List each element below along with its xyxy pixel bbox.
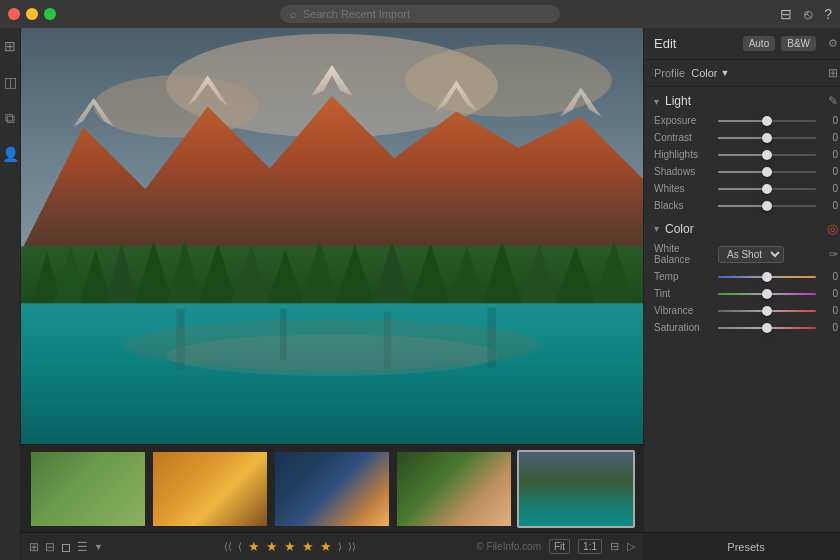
filter-icon[interactable]: ⊟ [780, 6, 792, 22]
temp-label: Temp [654, 271, 712, 282]
highlights-row: Highlights 0 [644, 146, 840, 163]
star-3[interactable]: ★ [284, 539, 296, 554]
blacks-value: 0 [822, 200, 838, 211]
exposure-row: Exposure 0 [644, 112, 840, 129]
main-layout: ⊞ ◫ ⧉ 👤 [0, 28, 840, 560]
settings-icon[interactable]: ⚙ [828, 37, 838, 50]
grid-view-button[interactable]: ⊞ [29, 540, 39, 554]
help-icon[interactable]: ? [824, 6, 832, 22]
search-input[interactable] [303, 8, 550, 20]
loupe-view-button[interactable]: ◻ [61, 540, 71, 554]
filmstrip-thumb-5[interactable] [517, 450, 635, 528]
small-grid-button[interactable]: ⊟ [45, 540, 55, 554]
star-5[interactable]: ★ [320, 539, 332, 554]
edit-panel-container: Edit Auto B&W ⚙ Profile Color ▼ ⊞ ▾ [643, 28, 840, 560]
color-section-header: ▾ Color ◎ [644, 214, 840, 240]
exposure-value: 0 [822, 115, 838, 126]
presets-label: Presets [727, 541, 764, 553]
auto-button[interactable]: Auto [743, 36, 776, 51]
tint-row: Tint 0 [644, 285, 840, 302]
exposure-slider[interactable] [718, 120, 816, 122]
main-photo [21, 28, 643, 444]
svg-point-3 [405, 44, 612, 117]
saturation-row: Saturation 0 [644, 319, 840, 336]
whites-row: Whites 0 [644, 180, 840, 197]
bottom-right: © FileInfo.com Fit 1:1 ⊟ ▷ [476, 539, 635, 554]
white-balance-label: White Balance [654, 243, 712, 265]
prev-single-button[interactable]: ⟨ [238, 541, 242, 552]
shadows-label: Shadows [654, 166, 712, 177]
edit-header-buttons: Auto B&W [743, 36, 816, 51]
center-content: ⊞ ⊟ ◻ ☰ ▼ ⟨⟨ ⟨ ★ ★ ★ ★ ★ ⟩ ⟩⟩ © FileInfo… [21, 28, 643, 560]
filmstrip-thumb-2[interactable] [151, 450, 269, 528]
search-bar[interactable]: ⌕ [280, 5, 560, 23]
light-section-header: ▾ Light ✎ [644, 87, 840, 112]
saturation-label: Saturation [654, 322, 712, 333]
color-toggle[interactable]: ▾ [654, 223, 659, 234]
presets-bar[interactable]: Presets [644, 532, 840, 560]
light-toggle[interactable]: ▾ [654, 96, 659, 107]
eyedropper-icon[interactable]: ✑ [829, 248, 838, 261]
vibrance-slider[interactable] [718, 310, 816, 312]
contrast-slider[interactable] [718, 137, 816, 139]
prev-button[interactable]: ⟨⟨ [224, 541, 232, 552]
star-4[interactable]: ★ [302, 539, 314, 554]
filmstrip [21, 444, 643, 532]
whites-value: 0 [822, 183, 838, 194]
vibrance-row: Vibrance 0 [644, 302, 840, 319]
left-sidebar: ⊞ ◫ ⧉ 👤 [0, 28, 21, 560]
contrast-label: Contrast [654, 132, 712, 143]
edit-title: Edit [654, 36, 676, 51]
slideshow-icon[interactable]: ▷ [627, 540, 635, 553]
color-target-icon[interactable]: ◎ [827, 221, 838, 236]
fit-label[interactable]: Fit [549, 539, 570, 554]
shadows-slider[interactable] [718, 171, 816, 173]
minimize-button[interactable] [26, 8, 38, 20]
sidebar-icon-loupe[interactable]: ◫ [0, 72, 20, 92]
contrast-value: 0 [822, 132, 838, 143]
bottom-bar: ⊞ ⊟ ◻ ☰ ▼ ⟨⟨ ⟨ ★ ★ ★ ★ ★ ⟩ ⟩⟩ © FileInfo… [21, 532, 643, 560]
vibrance-value: 0 [822, 305, 838, 316]
photo-area [21, 28, 643, 444]
profile-row: Profile Color ▼ ⊞ [644, 60, 840, 87]
whites-slider[interactable] [718, 188, 816, 190]
light-reset-icon[interactable]: ✎ [828, 94, 838, 108]
star-2[interactable]: ★ [266, 539, 278, 554]
profile-label: Profile [654, 67, 685, 79]
info-icon[interactable]: ⊟ [610, 540, 619, 553]
profile-grid-icon[interactable]: ⊞ [828, 66, 838, 80]
next-button[interactable]: ⟩⟩ [348, 541, 356, 552]
search-icon: ⌕ [290, 8, 297, 20]
profile-value[interactable]: Color ▼ [691, 67, 729, 79]
filmstrip-thumb-4[interactable] [395, 450, 513, 528]
bottom-left: ⊞ ⊟ ◻ ☰ ▼ [29, 540, 103, 554]
filmstrip-thumb-1[interactable] [29, 450, 147, 528]
svg-point-2 [94, 75, 260, 137]
bottom-center: ⟨⟨ ⟨ ★ ★ ★ ★ ★ ⟩ ⟩⟩ [111, 539, 468, 554]
titlebar: ⌕ ⊟ ⎋ ? [0, 0, 840, 28]
close-button[interactable] [8, 8, 20, 20]
saturation-slider[interactable] [718, 327, 816, 329]
temp-row: Temp 0 [644, 268, 840, 285]
next-single-button[interactable]: ⟩ [338, 541, 342, 552]
ratio-label[interactable]: 1:1 [578, 539, 602, 554]
share-icon[interactable]: ⎋ [804, 6, 812, 22]
maximize-button[interactable] [44, 8, 56, 20]
white-balance-select[interactable]: As Shot [718, 246, 784, 263]
tint-slider[interactable] [718, 293, 816, 295]
exposure-label: Exposure [654, 115, 712, 126]
sort-button[interactable]: ▼ [94, 542, 103, 552]
bw-button[interactable]: B&W [781, 36, 816, 51]
edit-header: Edit Auto B&W ⚙ [644, 28, 840, 60]
highlights-slider[interactable] [718, 154, 816, 156]
sidebar-icon-compare[interactable]: ⧉ [0, 108, 20, 128]
edit-panel: ▾ Light ✎ Exposure 0 Contrast [644, 87, 840, 532]
blacks-slider[interactable] [718, 205, 816, 207]
sidebar-icon-people[interactable]: 👤 [0, 144, 20, 164]
filmstrip-thumb-3[interactable] [273, 450, 391, 528]
star-1[interactable]: ★ [248, 539, 260, 554]
temp-slider[interactable] [718, 276, 816, 278]
color-section-title: Color [665, 222, 694, 236]
sidebar-icon-library[interactable]: ⊞ [0, 36, 20, 56]
list-view-button[interactable]: ☰ [77, 540, 88, 554]
